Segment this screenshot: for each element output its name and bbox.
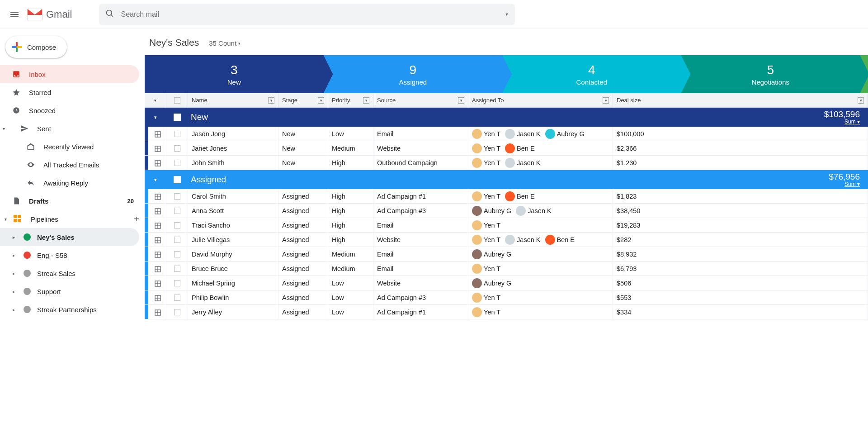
cell-priority[interactable]: Low (328, 276, 373, 290)
stage-chevron[interactable]: 4 Contacted (502, 55, 681, 93)
cell-name[interactable]: Michael Spring (188, 276, 278, 290)
cell-assigned[interactable]: Aubrey G (468, 247, 613, 261)
cell-deal[interactable]: $1,823 (613, 189, 868, 203)
group-sum[interactable]: $76,956Sum ▾ (829, 172, 868, 187)
col-stage[interactable]: Stage▾ (278, 93, 328, 107)
group-select-all[interactable] (166, 176, 188, 183)
row-checkbox[interactable] (174, 131, 180, 137)
table-row[interactable]: Jason Jong New Low Email Yen TJasen KAub… (145, 127, 868, 141)
expand-row-icon[interactable] (155, 223, 160, 228)
group-header-row[interactable]: ▾ New $103,596Sum ▾ (145, 108, 868, 127)
cell-stage[interactable]: New (278, 156, 328, 170)
pipeline-item[interactable]: ▸ Ney's Sales (0, 228, 139, 246)
stage-chevron[interactable]: 3 New (145, 55, 324, 93)
app-logo[interactable]: Gmail (27, 9, 72, 20)
cell-deal[interactable]: $8,932 (613, 247, 868, 261)
cell-source[interactable]: Outbound Campaign (373, 156, 468, 170)
search-bar[interactable]: ▼ (99, 4, 515, 25)
col-priority[interactable]: Priority▾ (328, 93, 373, 107)
search-options-button[interactable]: ▼ (505, 12, 509, 17)
filter-icon[interactable]: ▾ (363, 97, 369, 104)
group-collapse-button[interactable]: ▾ (145, 114, 166, 120)
filter-icon[interactable]: ▾ (318, 97, 324, 104)
expand-row-icon[interactable] (155, 252, 160, 257)
cell-priority[interactable]: Low (328, 290, 373, 304)
cell-priority[interactable]: Medium (328, 141, 373, 155)
stage-chevron[interactable]: 9 Assigned (324, 55, 503, 93)
cell-source[interactable]: Ad Campaign #1 (373, 189, 468, 203)
group-collapse-button[interactable]: ▾ (145, 177, 166, 183)
cell-source[interactable]: Website (373, 141, 468, 155)
cell-name[interactable]: Julie Villegas (188, 233, 278, 247)
expand-icon[interactable]: ▸ (13, 307, 17, 312)
cell-deal[interactable]: $282 (613, 233, 868, 247)
expand-row-icon[interactable] (155, 309, 160, 315)
cell-source[interactable]: Email (373, 262, 468, 276)
expand-row-icon[interactable] (155, 131, 160, 137)
expand-row-icon[interactable] (155, 208, 160, 214)
expand-row-icon[interactable] (155, 281, 160, 286)
pipeline-item[interactable]: ▸ Streak Sales (0, 264, 139, 282)
row-checkbox[interactable] (174, 222, 180, 228)
cell-priority[interactable]: High (328, 218, 373, 232)
cell-assigned[interactable]: Aubrey G (468, 276, 613, 290)
cell-name[interactable]: Bruce Bruce (188, 262, 278, 276)
cell-priority[interactable]: High (328, 189, 373, 203)
col-select-all[interactable] (166, 93, 188, 107)
table-row[interactable]: John Smith New High Outbound Campaign Ye… (145, 156, 868, 170)
row-checkbox[interactable] (174, 251, 180, 257)
cell-assigned[interactable]: Aubrey GJasen K (468, 204, 613, 218)
cell-assigned[interactable]: Yen T (468, 218, 613, 232)
table-row[interactable]: Carol Smith Assigned High Ad Campaign #1… (145, 189, 868, 204)
table-row[interactable]: Michael Spring Assigned Low Website Aubr… (145, 276, 868, 290)
sidebar-item-tracked-emails[interactable]: All Tracked Emails (0, 156, 139, 174)
col-deal[interactable]: Deal size▾ (613, 93, 868, 107)
row-checkbox[interactable] (174, 193, 180, 200)
cell-priority[interactable]: Medium (328, 262, 373, 276)
table-row[interactable]: Anna Scott Assigned High Ad Campaign #3 … (145, 204, 868, 218)
cell-deal[interactable]: $19,283 (613, 218, 868, 232)
table-row[interactable]: David Murphy Assigned Medium Email Aubre… (145, 247, 868, 262)
cell-source[interactable]: Email (373, 127, 468, 141)
col-name[interactable]: Name▾ (188, 93, 278, 107)
cell-name[interactable]: Janet Jones (188, 141, 278, 155)
row-checkbox[interactable] (174, 266, 180, 272)
row-checkbox[interactable] (174, 237, 180, 243)
cell-deal[interactable]: $2,366 (613, 141, 868, 155)
cell-assigned[interactable]: Yen T (468, 290, 613, 304)
data-table[interactable]: ▾ New $103,596Sum ▾ Jason Jong New Low E… (145, 108, 868, 447)
checkbox[interactable] (174, 97, 180, 104)
filter-icon[interactable]: ▾ (603, 97, 609, 104)
cell-assigned[interactable]: Yen T (468, 262, 613, 276)
table-row[interactable]: Jerry Alley Assigned Low Ad Campaign #1 … (145, 305, 868, 319)
cell-stage[interactable]: Assigned (278, 218, 328, 232)
cell-name[interactable]: Carol Smith (188, 189, 278, 203)
group-sum[interactable]: $103,596Sum ▾ (824, 109, 868, 125)
cell-name[interactable]: Jerry Alley (188, 305, 278, 319)
col-assigned[interactable]: Assigned To▾ (468, 93, 613, 107)
group-select-all[interactable] (166, 114, 188, 121)
expand-icon[interactable]: ▸ (13, 253, 17, 258)
expand-row-icon[interactable] (155, 146, 160, 151)
cell-deal[interactable]: $6,793 (613, 262, 868, 276)
table-row[interactable]: Julie Villegas Assigned High Website Yen… (145, 233, 868, 247)
sidebar-item-sent[interactable]: ▾ Sent (0, 119, 139, 138)
cell-deal[interactable]: $38,450 (613, 204, 868, 218)
col-source[interactable]: Source▾ (373, 93, 468, 107)
pipeline-item[interactable]: ▸ Streak Partnerships (0, 300, 139, 319)
compose-button[interactable]: Compose (5, 36, 67, 58)
expand-row-icon[interactable] (155, 194, 160, 199)
cell-stage[interactable]: New (278, 141, 328, 155)
cell-stage[interactable]: Assigned (278, 290, 328, 304)
cell-assigned[interactable]: Yen TBen E (468, 189, 613, 203)
expand-icon[interactable]: ▸ (13, 235, 17, 240)
sidebar-pipelines-header[interactable]: ▾ Pipelines + (0, 210, 145, 228)
cell-source[interactable]: Website (373, 233, 468, 247)
row-checkbox[interactable] (174, 160, 180, 166)
cell-priority[interactable]: High (328, 233, 373, 247)
expand-icon[interactable]: ▸ (13, 289, 17, 294)
cell-stage[interactable]: Assigned (278, 305, 328, 319)
expand-icon[interactable]: ▾ (5, 217, 12, 222)
cell-stage[interactable]: Assigned (278, 276, 328, 290)
cell-assigned[interactable]: Yen TJasen KBen E (468, 233, 613, 247)
